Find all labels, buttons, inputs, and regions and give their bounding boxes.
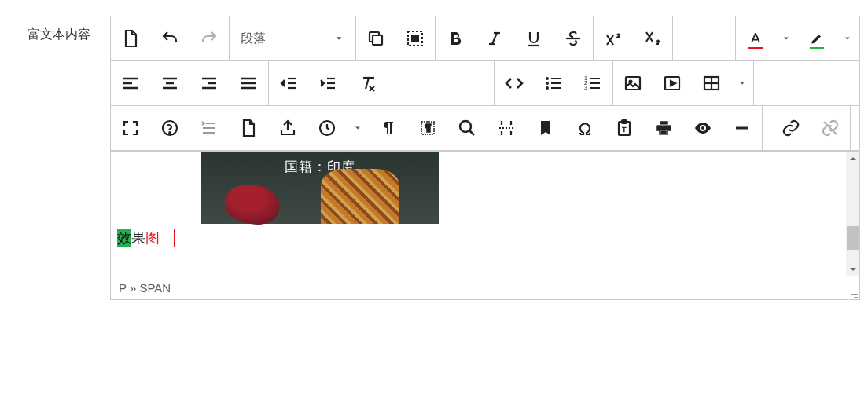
indent-button[interactable]: [308, 61, 348, 105]
svg-point-49: [169, 132, 171, 134]
link-button[interactable]: [771, 106, 811, 150]
svg-point-30: [546, 77, 549, 80]
svg-rect-33: [551, 78, 561, 79]
numbered-list-button[interactable]: 123: [573, 61, 612, 105]
align-center-button[interactable]: [150, 61, 189, 105]
breadcrumb-text: P » SPAN: [119, 281, 171, 294]
search-button[interactable]: [447, 106, 487, 150]
strikethrough-button[interactable]: [554, 16, 593, 60]
text-caret: [174, 229, 175, 247]
scroll-up-icon[interactable]: [846, 152, 859, 165]
content-area[interactable]: 国籍：印度 效果图: [110, 151, 860, 276]
highlighted-text: 效: [117, 229, 131, 247]
select-all-button[interactable]: [395, 16, 435, 60]
breadcrumb[interactable]: P » SPAN: [110, 276, 860, 300]
video-button[interactable]: [653, 61, 692, 105]
bold-button[interactable]: [436, 16, 475, 60]
paragraph-rtl-button[interactable]: [408, 106, 447, 150]
svg-line-27: [366, 78, 369, 89]
undo-button[interactable]: [150, 16, 189, 60]
align-right-button[interactable]: [189, 61, 229, 105]
outdent-button[interactable]: [269, 61, 308, 105]
svg-rect-41: [590, 87, 600, 89]
align-left-button[interactable]: [111, 61, 150, 105]
upload-button[interactable]: [268, 106, 307, 150]
svg-rect-39: [590, 78, 600, 79]
plain-text: 果: [131, 229, 145, 247]
svg-rect-2: [412, 35, 418, 42]
field-label: 富文本内容: [8, 16, 110, 300]
svg-rect-34: [551, 82, 561, 84]
new-document-button[interactable]: [111, 16, 150, 60]
toolbar: 段落: [110, 16, 860, 151]
resize-handle[interactable]: [848, 288, 858, 298]
svg-rect-35: [551, 87, 561, 89]
table-dropdown[interactable]: [731, 61, 753, 105]
text-color-button[interactable]: [736, 16, 775, 60]
svg-rect-40: [590, 82, 600, 84]
paragraph-mark-button[interactable]: [369, 106, 408, 150]
subscript-button[interactable]: [633, 16, 672, 60]
svg-text:3: 3: [584, 85, 587, 90]
page-break-button[interactable]: [487, 106, 526, 150]
text-color-dropdown[interactable]: [775, 16, 797, 60]
embedded-image[interactable]: 国籍：印度: [201, 152, 439, 224]
format-dropdown[interactable]: 段落: [230, 16, 355, 60]
special-char-button[interactable]: [565, 106, 605, 150]
scroll-down-icon[interactable]: [846, 262, 859, 276]
format-dropdown-label: 段落: [241, 31, 266, 47]
svg-text:T: T: [622, 126, 627, 134]
history-button[interactable]: [307, 106, 347, 150]
rich-text-editor: 段落: [110, 16, 860, 300]
scrollbar[interactable]: [846, 152, 859, 276]
content-text-line[interactable]: 效果图: [111, 224, 859, 254]
bookmark-button[interactable]: [526, 106, 565, 150]
svg-line-56: [469, 130, 474, 135]
preview-button[interactable]: [683, 106, 723, 150]
image-button[interactable]: [613, 61, 653, 105]
align-justify-button[interactable]: [229, 61, 268, 105]
unlink-button[interactable]: [811, 106, 850, 150]
fullscreen-button[interactable]: [111, 106, 150, 150]
copy-button[interactable]: [356, 16, 395, 60]
help-button[interactable]: [150, 106, 189, 150]
superscript-button[interactable]: [594, 16, 633, 60]
bullet-list-button[interactable]: [534, 61, 573, 105]
code-button[interactable]: [495, 61, 534, 105]
svg-rect-0: [373, 35, 382, 45]
clear-format-button[interactable]: [348, 61, 388, 105]
paste-text-button[interactable]: T: [605, 106, 644, 150]
highlight-color-dropdown[interactable]: [837, 16, 859, 60]
scroll-thumb[interactable]: [847, 226, 859, 250]
underline-button[interactable]: [514, 16, 554, 60]
table-button[interactable]: [692, 61, 731, 105]
italic-button[interactable]: [475, 16, 514, 60]
svg-point-55: [460, 121, 471, 132]
svg-line-5: [492, 33, 497, 44]
red-text: 图: [145, 229, 160, 247]
text-indent-button[interactable]: [189, 106, 229, 150]
print-button[interactable]: [644, 106, 683, 150]
highlight-color-button[interactable]: [797, 16, 837, 60]
history-dropdown[interactable]: [347, 106, 369, 150]
svg-point-31: [546, 82, 549, 85]
svg-point-32: [546, 86, 549, 90]
page-button[interactable]: [229, 106, 268, 150]
horizontal-rule-button[interactable]: [723, 106, 762, 150]
redo-button[interactable]: [189, 16, 229, 60]
